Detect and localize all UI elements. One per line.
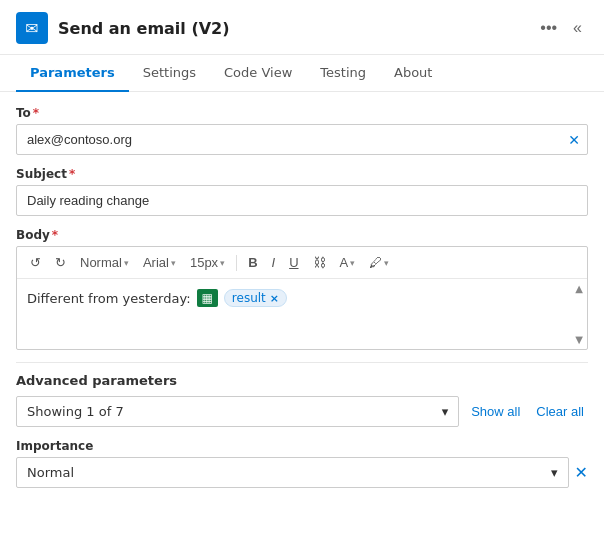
importance-value: Normal [27,465,74,480]
size-label: 15px [190,255,218,270]
more-options-button[interactable]: ••• [534,15,563,41]
collapse-icon: « [573,19,582,37]
undo-icon: ↺ [30,255,41,270]
bold-icon: B [248,255,257,270]
highlight-icon: 🖊 [369,255,382,270]
underline-button[interactable]: U [284,252,303,273]
tab-testing[interactable]: Testing [306,55,380,92]
toolbar-sep1 [236,255,237,271]
font-label: Arial [143,255,169,270]
clear-all-button[interactable]: Clear all [532,404,588,419]
importance-dropdown-wrapper: Normal ▾ ✕ [16,457,588,488]
style-chevron-icon: ▾ [124,258,129,268]
page-title: Send an email (V2) [58,19,230,38]
importance-dropdown[interactable]: Normal ▾ [16,457,569,488]
importance-delete-icon[interactable]: ✕ [575,463,588,482]
highlight-dropdown[interactable]: 🖊 ▾ [364,252,394,273]
subject-input[interactable] [16,185,588,216]
body-text: Different from yesterday: [27,291,191,306]
editor-text: Different from yesterday: ▦ result × [27,289,577,307]
bold-button[interactable]: B [243,252,262,273]
scroll-up-icon[interactable]: ▲ [573,281,585,296]
tab-about[interactable]: About [380,55,446,92]
to-input-wrapper: ✕ [16,124,588,155]
size-chevron-icon: ▾ [220,258,225,268]
font-color-chevron-icon: ▾ [350,258,355,268]
editor-scrollbar: ▲ ▼ [573,279,585,349]
tabs-bar: Parameters Settings Code View Testing Ab… [0,55,604,92]
show-all-button[interactable]: Show all [467,404,524,419]
underline-icon: U [289,255,298,270]
subject-required: * [69,167,75,181]
tab-settings[interactable]: Settings [129,55,210,92]
more-icon: ••• [540,19,557,37]
result-token-remove[interactable]: × [270,292,279,305]
header-actions: ••• « [534,15,588,41]
importance-row: Importance Normal ▾ ✕ [16,439,588,488]
importance-chevron-icon: ▾ [551,465,558,480]
header-left: ✉ Send an email (V2) [16,12,230,44]
style-dropdown[interactable]: Normal ▾ [75,252,134,273]
showing-chevron-icon: ▾ [442,404,449,419]
excel-token: ▦ [197,289,218,307]
subject-label: Subject* [16,167,588,181]
advanced-label: Advanced parameters [16,373,588,388]
link-icon: ⛓ [313,255,326,270]
app-icon: ✉ [16,12,48,44]
tab-code-view[interactable]: Code View [210,55,306,92]
body-required: * [52,228,58,242]
content-area: To* ✕ Subject* Body* ↺ ↻ [0,92,604,502]
editor-content-wrapper: Different from yesterday: ▦ result × ▲ ▼ [17,279,587,349]
italic-button[interactable]: I [267,252,281,273]
to-input[interactable] [16,124,588,155]
body-editor: ↺ ↻ Normal ▾ Arial ▾ 15px ▾ [16,246,588,350]
importance-label: Importance [16,439,588,453]
result-token: result × [224,289,287,307]
scroll-down-icon[interactable]: ▼ [573,332,585,347]
editor-content[interactable]: Different from yesterday: ▦ result × [17,279,587,349]
editor-toolbar: ↺ ↻ Normal ▾ Arial ▾ 15px ▾ [17,247,587,279]
body-field-group: Body* ↺ ↻ Normal ▾ Arial ▾ [16,228,588,350]
subject-input-wrapper [16,185,588,216]
tab-parameters[interactable]: Parameters [16,55,129,92]
to-required: * [33,106,39,120]
body-label: Body* [16,228,588,242]
result-label: result [232,291,266,305]
font-color-dropdown[interactable]: A ▾ [335,252,361,273]
email-icon: ✉ [25,19,38,38]
link-button[interactable]: ⛓ [308,252,331,273]
redo-button[interactable]: ↻ [50,252,71,273]
header: ✉ Send an email (V2) ••• « [0,0,604,55]
redo-icon: ↻ [55,255,66,270]
advanced-section: Advanced parameters Showing 1 of 7 ▾ Sho… [16,362,588,488]
size-dropdown[interactable]: 15px ▾ [185,252,230,273]
excel-grid-icon: ▦ [202,291,213,305]
collapse-button[interactable]: « [567,15,588,41]
font-chevron-icon: ▾ [171,258,176,268]
subject-field-group: Subject* [16,167,588,216]
highlight-chevron-icon: ▾ [384,258,389,268]
to-field-group: To* ✕ [16,106,588,155]
font-dropdown[interactable]: Arial ▾ [138,252,181,273]
to-label: To* [16,106,588,120]
italic-icon: I [272,255,276,270]
showing-dropdown[interactable]: Showing 1 of 7 ▾ [16,396,459,427]
font-color-icon: A [340,255,349,270]
advanced-header: Showing 1 of 7 ▾ Show all Clear all [16,396,588,427]
style-label: Normal [80,255,122,270]
to-clear-icon[interactable]: ✕ [568,132,580,148]
undo-button[interactable]: ↺ [25,252,46,273]
showing-label: Showing 1 of 7 [27,404,124,419]
